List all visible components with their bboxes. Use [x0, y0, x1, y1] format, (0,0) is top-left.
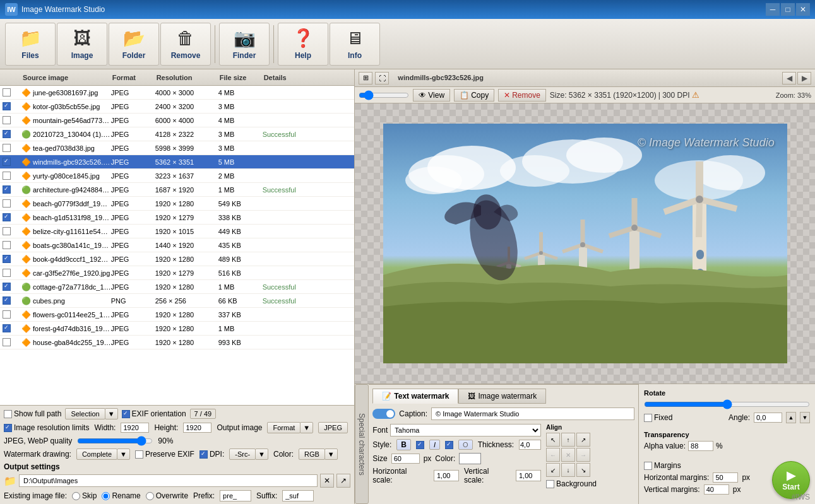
- margins-checkbox[interactable]: [644, 462, 652, 470]
- bold-checkbox[interactable]: [416, 441, 424, 449]
- folder-button[interactable]: 📂 Folder: [109, 23, 159, 66]
- thickness-input[interactable]: [519, 440, 541, 450]
- table-row[interactable]: 🔶 kotor-g03b5cb55e.jpg JPEG 2400 × 3200 …: [0, 100, 354, 114]
- minimize-button[interactable]: ─: [766, 3, 780, 16]
- exif-orientation-checkbox[interactable]: [122, 410, 130, 418]
- fixed-label[interactable]: Fixed: [644, 413, 672, 422]
- zoom-fit-button[interactable]: ⊞: [359, 72, 372, 85]
- table-row[interactable]: 🔶 beach-g1d5131f98_1920.jpg JPEG 1920 × …: [0, 211, 354, 225]
- folder-clear-button[interactable]: ✕: [320, 474, 334, 488]
- align-tc[interactable]: ↑: [561, 433, 575, 447]
- align-tl[interactable]: ↖: [546, 433, 560, 447]
- table-row[interactable]: 🔶 boats-gc380a141c_1920.jpg JPEG 1440 × …: [0, 238, 354, 252]
- selection-arrow[interactable]: ▼: [105, 408, 118, 419]
- row-checkbox[interactable]: [3, 310, 21, 319]
- table-row[interactable]: 🔶 june-ge63081697.jpg JPEG 4000 × 3000 4…: [0, 86, 354, 100]
- margins-label[interactable]: Margins: [644, 461, 767, 470]
- background-label[interactable]: Background: [546, 479, 634, 488]
- row-checkbox[interactable]: [3, 241, 21, 249]
- titlebar-controls[interactable]: ─ □ ✕: [766, 3, 810, 16]
- image-watermark-tab[interactable]: 🖼 Image watermark: [458, 389, 546, 404]
- rotate-slider[interactable]: [644, 399, 810, 409]
- overwrite-radio-label[interactable]: Overwrite: [146, 491, 188, 500]
- dpi-checkbox[interactable]: [199, 450, 208, 459]
- special-chars-panel[interactable]: Special characters: [355, 384, 369, 504]
- prefix-input[interactable]: [220, 490, 251, 501]
- table-row[interactable]: 🟢 cubes.png PNG 256 × 256 66 KB Successf…: [0, 294, 354, 308]
- table-row[interactable]: 🔶 book-g4dd9cccf1_1920.jpg JPEG 1920 × 1…: [0, 252, 354, 266]
- row-checkbox[interactable]: [3, 324, 21, 332]
- selection-button[interactable]: Selection: [65, 408, 105, 419]
- folder-path-input[interactable]: [19, 474, 318, 487]
- finder-button[interactable]: 📷 Finder: [219, 23, 270, 66]
- h-scale-input[interactable]: [434, 470, 459, 481]
- angle-input[interactable]: [754, 413, 782, 423]
- preview-area[interactable]: © Image Watermark Studio: [355, 103, 815, 384]
- image-button[interactable]: 🖼 Image: [57, 23, 107, 66]
- align-bc[interactable]: ↓: [561, 463, 575, 477]
- row-checkbox[interactable]: [3, 185, 21, 194]
- maximize-button[interactable]: □: [781, 3, 795, 16]
- remove-button[interactable]: 🗑 Remove: [160, 23, 211, 66]
- table-row[interactable]: 🔶 belize-city-g11611e547_1920.jpg JPEG 1…: [0, 225, 354, 238]
- text-watermark-tab[interactable]: 📝 Text watermark: [372, 389, 458, 404]
- bold-button[interactable]: B: [396, 439, 411, 450]
- show-full-path-label[interactable]: Show full path: [4, 409, 61, 418]
- selection-dropdown-container[interactable]: Selection ▼: [65, 408, 117, 419]
- color-button[interactable]: RGB: [299, 448, 325, 460]
- alpha-input[interactable]: [688, 441, 713, 451]
- row-checkbox[interactable]: [3, 172, 21, 180]
- row-checkbox[interactable]: [3, 130, 21, 138]
- table-row[interactable]: 🔶 flowers-gc0114ee25_1920.jpg JPEG 1920 …: [0, 308, 354, 322]
- watermark-drawing-button[interactable]: Complete: [76, 448, 117, 460]
- angle-up[interactable]: ▲: [786, 412, 796, 423]
- align-br[interactable]: ↘: [576, 463, 590, 477]
- fullscreen-button[interactable]: ⛶: [375, 72, 389, 85]
- format-button[interactable]: Format: [267, 422, 300, 433]
- resolution-limits-checkbox[interactable]: [4, 424, 12, 432]
- italic-checkbox-label[interactable]: [445, 441, 453, 449]
- table-row[interactable]: 🟢 cottage-g72a7718dc_1920.jpg JPEG 1920 …: [0, 280, 354, 294]
- italic-checkbox[interactable]: [445, 441, 453, 449]
- row-checkbox[interactable]: [3, 227, 21, 235]
- row-checkbox[interactable]: [3, 102, 21, 110]
- color-dropdown[interactable]: RGB ▼: [299, 448, 338, 460]
- align-bl[interactable]: ↙: [546, 463, 560, 477]
- format-dropdown[interactable]: Format ▼: [267, 422, 313, 433]
- dpi-dropdown[interactable]: -Src- ▼: [229, 448, 268, 460]
- skip-radio[interactable]: [72, 492, 80, 500]
- preserve-exif-checkbox[interactable]: [135, 450, 143, 459]
- row-checkbox[interactable]: [3, 116, 21, 124]
- align-mr[interactable]: →: [576, 448, 590, 462]
- copy-button[interactable]: 📋 Copy: [454, 89, 494, 102]
- prev-image-button[interactable]: ◀: [782, 72, 796, 85]
- font-size-input[interactable]: [391, 454, 420, 464]
- resolution-limits-label[interactable]: Image resolution limits: [4, 423, 89, 432]
- angle-down[interactable]: ▼: [800, 412, 810, 423]
- format-arrow[interactable]: ▼: [300, 422, 313, 433]
- row-checkbox[interactable]: [3, 255, 21, 263]
- next-image-button[interactable]: ▶: [797, 72, 811, 85]
- overwrite-radio[interactable]: [146, 492, 154, 500]
- row-checkbox[interactable]: [3, 296, 21, 305]
- dpi-arrow[interactable]: ▼: [255, 448, 268, 460]
- zoom-slider[interactable]: [359, 90, 409, 100]
- caption-toggle[interactable]: [372, 409, 395, 419]
- skip-radio-label[interactable]: Skip: [72, 491, 97, 500]
- table-row[interactable]: 🔶 yurty-g080ce1845.jpg JPEG 3223 × 1637 …: [0, 169, 354, 183]
- preview-nav[interactable]: ◀ ▶: [782, 72, 811, 85]
- fixed-checkbox[interactable]: [644, 414, 652, 422]
- caption-input[interactable]: [431, 407, 634, 420]
- view-button[interactable]: 👁 View: [413, 89, 450, 102]
- file-list-container[interactable]: 🔶 june-ge63081697.jpg JPEG 4000 × 3000 4…: [0, 86, 354, 405]
- watermark-drawing-arrow[interactable]: ▼: [117, 448, 130, 460]
- background-checkbox[interactable]: [546, 480, 554, 488]
- h-margins-input[interactable]: [713, 472, 738, 483]
- width-input[interactable]: [121, 423, 149, 433]
- row-checkbox[interactable]: [3, 199, 21, 208]
- color-picker[interactable]: [459, 453, 481, 464]
- row-checkbox[interactable]: [3, 269, 21, 277]
- v-scale-input[interactable]: [516, 470, 541, 481]
- rename-radio-label[interactable]: Rename: [102, 491, 140, 500]
- outline-button[interactable]: O: [458, 440, 473, 450]
